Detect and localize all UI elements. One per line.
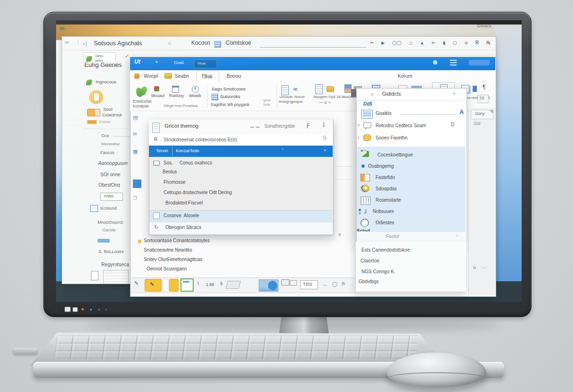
window-tool-icon[interactable]: [180, 278, 194, 292]
r-icon[interactable]: R: [475, 40, 479, 46]
ribbon-label[interactable]: Roelouy: [169, 94, 184, 98]
profile-badge-icon[interactable]: [89, 90, 103, 104]
dropdown-item[interactable]: Fastefido: [376, 175, 395, 180]
panel-item[interactable]: ObestOnq: [98, 182, 120, 188]
ribbon-tab[interactable]: Woopl: [144, 73, 158, 79]
dropdown-header-menu-icon[interactable]: ≡: [453, 91, 455, 96]
dialog-corner-icon[interactable]: £: [323, 122, 326, 128]
panel-line[interactable]: NGS Conngo K.: [361, 269, 395, 275]
gutter-list-icon[interactable]: ▦: [133, 148, 138, 155]
dropdown-item[interactable]: Retcidns Cedtecs Soam: [376, 123, 426, 129]
triangle-outline-icon[interactable]: △: [409, 41, 412, 45]
panel-line[interactable]: Gbdvtbgs: [359, 279, 379, 285]
mini-window-icon[interactable]: [281, 279, 289, 286]
triangle-icon[interactable]: ▲: [420, 41, 424, 45]
mini-window-icon[interactable]: [290, 280, 297, 286]
titlebar-tab-chip[interactable]: Vlow: [194, 59, 217, 68]
section-icon[interactable]: §: [220, 281, 222, 286]
circles-icon[interactable]: ◯◯: [392, 41, 401, 45]
selected-close-icon[interactable]: ×: [324, 148, 326, 153]
nav-field-2[interactable]: Comtskoe: [226, 40, 251, 47]
dialog-header-right-icon[interactable]: Ƒ: [307, 122, 310, 129]
image-thumbnail[interactable]: [259, 279, 278, 292]
circle-tool-icon[interactable]: ◯: [332, 281, 337, 287]
dropdown-item[interactable]: Rosenstarte: [376, 197, 401, 203]
gutter-mail-icon[interactable]: ✉: [133, 131, 137, 137]
hamburger-icon[interactable]: ≡≡: [65, 40, 69, 45]
gutter-app-icon[interactable]: [132, 179, 142, 189]
dialog-menu-item[interactable]: Fhomosse: [164, 180, 186, 185]
panel-item[interactable]: Kcosusd: [100, 206, 117, 211]
gutter-person-icon[interactable]: ▤: [133, 114, 138, 121]
new-mail-icon[interactable]: [135, 86, 147, 98]
bar-icon[interactable]: ▮: [443, 41, 445, 45]
dropdown-item[interactable]: Coceskoetbngue: [377, 152, 413, 158]
panel-line[interactable]: Cialortoe: [360, 258, 379, 264]
dropdown-item[interactable]: Osabngemg: [368, 163, 393, 169]
rx-icon[interactable]: ℞: [486, 40, 491, 46]
tools-color-icon[interactable]: [344, 84, 352, 93]
dropdown-item[interactable]: Goatkls: [376, 111, 392, 116]
toolbar-gap-chip[interactable]: [163, 279, 168, 292]
grid-icon[interactable]: [214, 41, 221, 48]
panel-line[interactable]: Ests Caniendodottskoe: [361, 247, 410, 253]
dash-icon[interactable]: —: [323, 283, 327, 287]
gutter-folder-icon[interactable]: ❒: [133, 196, 137, 201]
ribbon-label[interactable]: Weask: [189, 94, 201, 98]
five-tool-icon[interactable]: |5: [342, 281, 345, 286]
cut-icon[interactable]: ✂: [370, 40, 374, 46]
ribbon-tab[interactable]: Booou: [227, 73, 241, 79]
dropdown-footer[interactable]: [357, 231, 466, 242]
ribbon-label[interactable]: Sago Smotcooes: [212, 87, 246, 92]
search-input-text[interactable]: Stoskdoeenat contecrocreos E(n): [164, 137, 237, 142]
dialog-menu-item[interactable]: Brodakted Fiscvel: [165, 200, 203, 206]
pen-icon[interactable]: ✎: [134, 280, 139, 286]
panel-item-main[interactable]: Ingnocous: [96, 80, 116, 85]
dropdown-item[interactable]: Odiestex: [376, 220, 394, 226]
highlighter-button[interactable]: ✎: [145, 279, 162, 292]
checkbox-icon[interactable]: [153, 212, 160, 219]
dialog-menu-item[interactable]: Cetnupo dostechvele Odt Dering: [164, 190, 232, 196]
folder-pair-icon[interactable]: [327, 86, 334, 92]
dropdown-item[interactable]: Nobsuuex: [373, 209, 394, 214]
panel-item[interactable]: Fancos: [100, 150, 115, 155]
panel-item-box[interactable]: Antec: [100, 193, 123, 201]
panel-item[interactable]: Gacete: [102, 228, 116, 232]
ribbon-tab[interactable]: Korum: [398, 73, 412, 79]
clock-icon[interactable]: [192, 86, 199, 93]
nav-field-1[interactable]: Kocosn: [191, 40, 210, 47]
calendar-icon[interactable]: [172, 86, 179, 93]
yellow-swatch[interactable]: [169, 279, 179, 292]
ribbon-label[interactable]: Sutooroks: [220, 94, 240, 99]
panel-item[interactable]: S. BsLLooex: [98, 249, 124, 254]
stamp-icon[interactable]: [154, 86, 159, 91]
chevron-down-icon[interactable]: ∨: [338, 231, 342, 237]
dropdown-item[interactable]: Sooeo Favethn: [376, 135, 408, 141]
ruler-icon[interactable]: ⊨: [432, 41, 435, 45]
side-tab[interactable]: Gony: [471, 110, 493, 119]
doc-lines-icon[interactable]: [315, 84, 323, 94]
dropdown-item[interactable]: Sdoapdas: [376, 186, 397, 192]
ribbon-label[interactable]: Mooaul: [151, 94, 164, 98]
panel-item[interactable]: MnooOooAS: [98, 220, 123, 225]
ribbon-tab[interactable]: Seabn: [175, 73, 189, 79]
arrows-icon[interactable]: ≪: [293, 86, 298, 92]
play-icon[interactable]: ▶: [381, 41, 385, 45]
eraser-icon[interactable]: [226, 281, 241, 289]
sync-icon[interactable]: [433, 60, 437, 65]
add-tab-icon[interactable]: +: [155, 59, 158, 65]
panel-item[interactable]: SOI onne: [100, 172, 120, 178]
more-vertical-icon[interactable]: ⋮: [76, 40, 81, 46]
panel-item[interactable]: Regyrotseca: [101, 261, 129, 267]
pin-icon[interactable]: ¶: [483, 84, 485, 91]
check-icon[interactable]: ✓: [125, 53, 129, 59]
monitor-menu-button[interactable]: [65, 307, 71, 312]
side-zoom-icon[interactable]: ⊖: [473, 265, 476, 270]
dialog-menu-item[interactable]: Conus oxahocs: [180, 160, 212, 166]
dialog-menu-item[interactable]: Beolus: [163, 169, 177, 175]
account-label-2[interactable]: Coactrout: [102, 113, 122, 118]
panel-item[interactable]: Oce: [101, 133, 109, 138]
ribbon-tab-active[interactable]: TBsk: [196, 71, 219, 84]
back-arrow-icon[interactable]: ◁: [82, 41, 86, 47]
panel-item[interactable]: Aanoopguson: [98, 161, 128, 166]
